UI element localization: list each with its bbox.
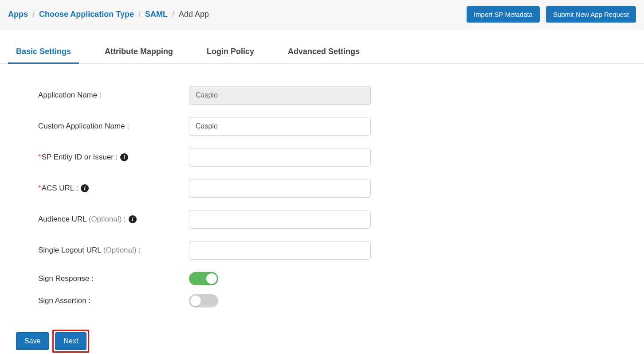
- breadcrumb-apps[interactable]: Apps: [8, 10, 28, 19]
- tab-attribute-mapping[interactable]: Attribute Mapping: [97, 47, 181, 64]
- label-slo-main: Single Logout URL: [38, 246, 103, 254]
- breadcrumb-choose-type[interactable]: Choose Application Type: [39, 10, 134, 19]
- label-single-logout-url: Single Logout URL (Optional) :: [38, 246, 189, 255]
- label-sign-assertion: Sign Assertion :: [38, 296, 189, 305]
- label-audience-url-optional: (Optional): [89, 215, 122, 223]
- breadcrumb-separator: /: [172, 10, 174, 19]
- info-icon[interactable]: i: [81, 184, 89, 192]
- row-acs-url: *ACS URL : i: [38, 179, 399, 198]
- input-acs-url[interactable]: [189, 179, 371, 198]
- row-sign-response: Sign Response :: [38, 272, 399, 285]
- input-single-logout-url[interactable]: [189, 241, 371, 260]
- topbar-actions: Import SP Metadata Submit New App Reques…: [467, 6, 636, 23]
- label-sign-response: Sign Response :: [38, 274, 189, 283]
- label-sp-entity-id: *SP Entity ID or Issuer : i: [38, 153, 189, 162]
- tab-basic-settings[interactable]: Basic Settings: [8, 47, 79, 64]
- label-application-name: Application Name :: [38, 91, 189, 100]
- tab-login-policy[interactable]: Login Policy: [199, 47, 262, 64]
- label-acs-url-text: ACS URL :: [42, 184, 79, 192]
- breadcrumb-separator: /: [32, 10, 35, 19]
- label-audience-url-suffix: :: [122, 215, 126, 223]
- form-area: Application Name : Custom Application Na…: [0, 86, 399, 330]
- import-sp-metadata-button[interactable]: Import SP Metadata: [467, 6, 540, 23]
- row-single-logout-url: Single Logout URL (Optional) :: [38, 241, 399, 260]
- topbar: Apps / Choose Application Type / SAML / …: [0, 0, 644, 29]
- label-audience-url-main: Audience URL: [38, 215, 89, 223]
- input-application-name: [189, 86, 371, 105]
- label-slo-suffix: :: [136, 246, 140, 254]
- info-icon[interactable]: i: [120, 153, 128, 161]
- toggle-knob: [190, 296, 201, 306]
- row-application-name: Application Name :: [38, 86, 399, 105]
- next-button[interactable]: Next: [55, 332, 86, 350]
- toggle-sign-assertion[interactable]: [189, 294, 218, 307]
- tabs: Basic Settings Attribute Mapping Login P…: [0, 29, 644, 64]
- label-audience-url: Audience URL (Optional) : i: [38, 215, 189, 224]
- toggle-sign-response[interactable]: [189, 272, 218, 285]
- label-sp-entity-id-text: SP Entity ID or Issuer :: [42, 153, 118, 161]
- footer-buttons: Save Next: [0, 330, 644, 353]
- input-audience-url[interactable]: [189, 210, 371, 229]
- tab-advanced-settings[interactable]: Advanced Settings: [280, 47, 368, 64]
- label-custom-application-name: Custom Application Name :: [38, 122, 189, 131]
- row-sp-entity-id: *SP Entity ID or Issuer : i: [38, 148, 399, 167]
- row-custom-application-name: Custom Application Name :: [38, 117, 399, 136]
- input-custom-application-name[interactable]: [189, 117, 371, 136]
- next-button-highlight: Next: [52, 330, 89, 353]
- label-acs-url: *ACS URL : i: [38, 184, 189, 193]
- save-button[interactable]: Save: [16, 332, 49, 350]
- row-sign-assertion: Sign Assertion :: [38, 294, 399, 307]
- submit-new-app-request-button[interactable]: Submit New App Request: [546, 6, 636, 23]
- toggle-knob: [206, 273, 217, 284]
- row-audience-url: Audience URL (Optional) : i: [38, 210, 399, 229]
- info-icon[interactable]: i: [129, 215, 137, 223]
- label-slo-optional: (Optional): [103, 246, 137, 254]
- breadcrumb-saml[interactable]: SAML: [145, 10, 168, 19]
- breadcrumb-separator: /: [138, 10, 141, 19]
- breadcrumb: Apps / Choose Application Type / SAML / …: [8, 10, 209, 19]
- input-sp-entity-id[interactable]: [189, 148, 371, 167]
- breadcrumb-current: Add App: [179, 10, 209, 19]
